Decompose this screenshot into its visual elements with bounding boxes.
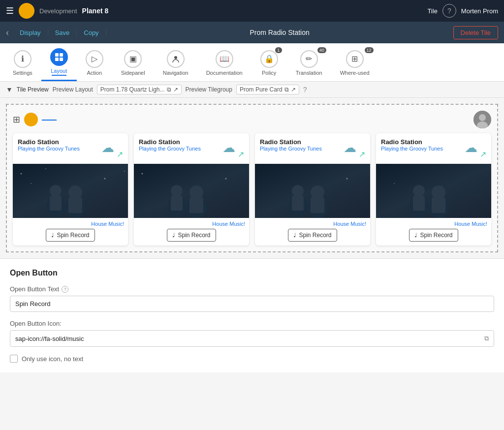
tile-preview-area: ⊞ Radio Station Playing the Groovy Tunes…	[6, 104, 498, 252]
only-icon-row: Only use icon, no text	[10, 355, 494, 363]
svg-point-31	[292, 185, 304, 197]
card-2-image	[134, 164, 249, 218]
help-icon[interactable]: ?	[442, 4, 456, 18]
card-4-footer: House Music! ♩ Spin Record	[376, 218, 491, 246]
card-1-image	[13, 164, 128, 218]
svg-point-44	[394, 183, 395, 184]
card-1-footer: House Music! ♩ Spin Record	[13, 218, 128, 246]
spin-record-button-4[interactable]: ♩ Spin Record	[409, 229, 458, 242]
tab-documentation[interactable]: 📖 Documentation	[197, 43, 252, 81]
card-3-title: Radio Station	[260, 138, 322, 146]
svg-point-4	[174, 56, 177, 59]
tab-sidepanel[interactable]: ▣ Sidepanel	[112, 43, 154, 81]
svg-rect-32	[292, 196, 304, 211]
cards-grid: Radio Station Playing the Groovy Tunes ☁…	[13, 133, 491, 246]
svg-point-19	[31, 183, 32, 184]
tab-navigation[interactable]: Navigation	[154, 43, 197, 81]
card-1-title: Radio Station	[18, 138, 80, 146]
grid-icon[interactable]: ⊞	[13, 114, 20, 125]
svg-point-18	[124, 171, 125, 172]
svg-point-34	[311, 185, 324, 199]
tab-policy[interactable]: 1 🔒 Policy	[252, 43, 287, 81]
card-3-image	[255, 164, 370, 218]
only-icon-checkbox[interactable]	[10, 355, 18, 363]
copy-button[interactable]: Copy	[77, 29, 106, 36]
btn-text-help-icon[interactable]: ?	[62, 286, 68, 293]
section-title: Open Button	[10, 269, 494, 277]
card-1-header: Radio Station Playing the Groovy Tunes ☁…	[13, 133, 128, 164]
tilegroup-external-icon[interactable]: ↗	[291, 86, 296, 93]
tab-sidepanel-label: Sidepanel	[121, 70, 145, 76]
layout-copy-icon[interactable]: ⧉	[167, 86, 171, 93]
spin-record-button-1[interactable]: ♩ Spin Record	[46, 229, 94, 242]
card-1-house-tag: House Music!	[17, 221, 124, 227]
tab-policy-label: Policy	[262, 70, 276, 76]
spin-record-button-3[interactable]: ♩ Spin Record	[288, 229, 337, 242]
svg-point-28	[225, 178, 227, 180]
card-3-house-tag: House Music!	[259, 221, 366, 227]
tab-translation[interactable]: 40 ✏ Translation	[287, 43, 331, 81]
btn-icon-group: Open Button Icon: ⧉	[10, 320, 494, 347]
svg-rect-35	[311, 197, 324, 213]
preview-help-icon[interactable]: ?	[303, 86, 307, 93]
tab-translation-label: Translation	[296, 70, 322, 76]
svg-point-6	[479, 114, 486, 121]
spin-label-1: Spin Record	[57, 232, 89, 239]
svg-point-42	[432, 185, 445, 199]
underline-indicator	[42, 120, 57, 121]
spin-label-3: Spin Record	[299, 232, 331, 239]
card-4: Radio Station Playing the Groovy Tunes ☁…	[376, 133, 491, 246]
layout-external-icon[interactable]: ↗	[173, 86, 178, 93]
avatar	[473, 111, 491, 128]
svg-point-36	[346, 178, 348, 180]
card-4-weather: ☁ ↗	[465, 138, 486, 160]
svg-point-22	[171, 185, 183, 197]
tilegroup-selector[interactable]: Prom Pure Card ⧉ ↗	[236, 85, 299, 94]
topbar-logo	[19, 3, 34, 19]
save-button[interactable]: Save	[48, 29, 77, 36]
topbar-dev-label: Development	[39, 7, 77, 15]
tab-action[interactable]: ▷ Action	[77, 43, 112, 81]
arrow-icon-3: ↗	[359, 150, 365, 159]
copy-icon[interactable]: ⧉	[479, 331, 494, 346]
subtoolbar: ‹ Display Save Copy Prom Radio Station D…	[0, 22, 504, 43]
music-icon-2: ♩	[172, 232, 175, 239]
translation-badge: 40	[317, 47, 326, 53]
btn-icon-label-row: Open Button Icon:	[10, 320, 494, 327]
tab-settings[interactable]: ℹ Settings	[4, 43, 41, 81]
card-2-house-tag: House Music!	[138, 221, 245, 227]
tab-whereused[interactable]: 12 ⊞ Where-used	[331, 43, 378, 81]
card-4-subtitle: Playing the Groovy Tunes	[381, 146, 443, 152]
preview-bar: ▼ Tile Preview Preview Layout Prom 1.78 …	[0, 82, 504, 98]
layout-value: Prom 1.78 Quartz Ligh...	[100, 86, 165, 93]
policy-badge: 1	[275, 47, 282, 53]
btn-icon-input[interactable]	[10, 331, 479, 346]
tab-layout-label: Layout	[51, 68, 67, 74]
menu-icon[interactable]: ☰	[6, 5, 14, 16]
tilegroup-copy-icon[interactable]: ⧉	[284, 86, 289, 93]
tab-settings-label: Settings	[13, 70, 32, 76]
svg-point-10	[50, 185, 62, 197]
spin-record-button-2[interactable]: ♩ Spin Record	[167, 229, 216, 242]
tab-documentation-label: Documentation	[206, 70, 243, 76]
card-1-weather: ☁ ↗	[101, 138, 123, 160]
whereused-icon: ⊞	[346, 50, 364, 68]
display-button[interactable]: Display	[13, 29, 48, 36]
card-4-header: Radio Station Playing the Groovy Tunes ☁…	[376, 133, 491, 164]
btn-text-input[interactable]	[10, 296, 494, 312]
svg-point-27	[142, 173, 143, 175]
svg-point-39	[413, 185, 425, 197]
back-button[interactable]: ‹	[6, 28, 9, 38]
btn-text-label-row: Open Button Text ?	[10, 285, 494, 293]
whereused-badge: 12	[365, 47, 374, 53]
tab-action-label: Action	[87, 70, 102, 76]
tab-layout[interactable]: Layout	[41, 43, 77, 81]
topbar-user: Morten Prom	[461, 7, 498, 15]
svg-rect-11	[50, 196, 62, 211]
arrow-icon-4: ↗	[480, 150, 486, 159]
preview-toggle[interactable]: ▼	[6, 86, 13, 93]
tab-whereused-label: Where-used	[340, 70, 370, 76]
card-2-subtitle: Playing the Groovy Tunes	[139, 146, 201, 152]
layout-selector[interactable]: Prom 1.78 Quartz Ligh... ⧉ ↗	[97, 85, 182, 94]
delete-tile-button[interactable]: Delete Tile	[453, 26, 498, 39]
